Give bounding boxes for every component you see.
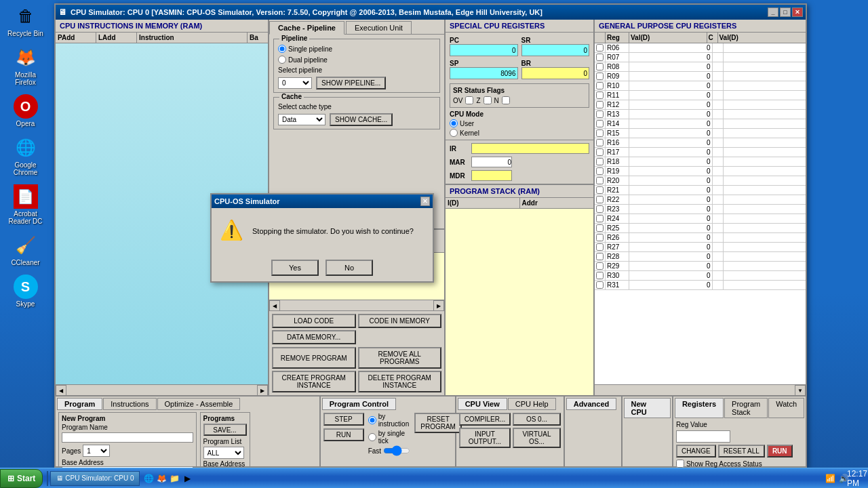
- prog-list-scroll-right[interactable]: ▶: [433, 300, 444, 311]
- load-code-button[interactable]: LOAD CODE: [272, 314, 356, 328]
- kernel-mode-radio[interactable]: [450, 129, 458, 137]
- virtual-os-button[interactable]: VIRTUAL OS...: [513, 428, 561, 448]
- cache-type-select[interactable]: Data: [278, 114, 326, 125]
- firefox-icon[interactable]: 🦊 Mozilla Firefox: [5, 44, 46, 87]
- gpr-checkbox-cell[interactable]: [595, 243, 606, 251]
- kernel-mode-label[interactable]: Kernel: [450, 129, 589, 137]
- run-button[interactable]: RUN: [323, 428, 364, 441]
- acrobat-icon[interactable]: 📄 Acrobat Reader DC: [5, 183, 46, 226]
- save-button[interactable]: SAVE...: [203, 424, 247, 436]
- n-checkbox[interactable]: [502, 96, 510, 104]
- reset-program-button[interactable]: RESET PROGRAM: [414, 413, 462, 433]
- prog-list-hscroll[interactable]: ◀ ▶: [269, 300, 444, 311]
- ql-firefox-icon[interactable]: 🦊: [156, 473, 167, 484]
- close-button[interactable]: ✕: [792, 7, 803, 17]
- tab-cache-pipeline[interactable]: Cache - Pipeline: [269, 21, 344, 35]
- input-output-button[interactable]: INPUT OUTPUT...: [459, 428, 511, 448]
- ir-input[interactable]: [471, 143, 589, 154]
- maximize-button[interactable]: □: [780, 7, 791, 17]
- pages-select[interactable]: 1: [83, 445, 110, 457]
- gpr-checkbox-cell[interactable]: [595, 91, 606, 100]
- ccleaner-icon[interactable]: 🧹 CCleaner: [5, 232, 46, 268]
- gpr-checkbox-cell[interactable]: [595, 119, 606, 128]
- by-single-tick-radio[interactable]: [368, 433, 376, 441]
- tab-cpu-view[interactable]: CPU View: [458, 398, 507, 410]
- chrome-icon[interactable]: 🌐 Google Chrome: [5, 134, 46, 178]
- ql-folder-icon[interactable]: 📁: [169, 473, 180, 484]
- tab-execution-unit[interactable]: Execution Unit: [346, 21, 412, 34]
- mdr-input[interactable]: [471, 170, 512, 181]
- skype-icon[interactable]: S Skype: [5, 273, 46, 309]
- tab-advanced[interactable]: Advanced: [566, 398, 617, 410]
- scroll-right-arrow[interactable]: ▶: [257, 385, 268, 395]
- program-name-input[interactable]: [62, 432, 193, 443]
- gpr-checkbox-cell[interactable]: [595, 148, 606, 157]
- gpr-checkbox-cell[interactable]: [595, 195, 606, 204]
- user-mode-radio[interactable]: [450, 119, 458, 127]
- gpr-checkbox-cell[interactable]: [595, 176, 606, 185]
- dual-pipeline-label[interactable]: Dual pipeline: [278, 56, 328, 64]
- gpr-checkbox-cell[interactable]: [595, 186, 606, 195]
- gpr-checkbox-cell[interactable]: [595, 138, 606, 147]
- by-single-tick-label[interactable]: by single tick: [368, 430, 410, 445]
- mar-input[interactable]: [471, 157, 512, 167]
- pipeline-select[interactable]: 0: [278, 77, 312, 89]
- gpr-checkbox-cell[interactable]: [595, 214, 606, 223]
- os-button[interactable]: OS 0...: [513, 413, 561, 426]
- br-input[interactable]: [521, 67, 590, 79]
- fast-slider[interactable]: [383, 447, 410, 455]
- gpr-checkbox-cell[interactable]: [595, 205, 606, 214]
- gpr-checkbox-cell[interactable]: [595, 62, 606, 71]
- gpr-checkbox-cell[interactable]: [595, 110, 606, 119]
- tab-registers[interactable]: Registers: [675, 398, 724, 418]
- yes-button[interactable]: Yes: [271, 260, 319, 276]
- gpr-checkbox-cell[interactable]: [595, 72, 606, 81]
- reg-value-input[interactable]: [676, 430, 730, 443]
- by-instruction-label[interactable]: by instruction: [368, 413, 410, 428]
- minimize-button[interactable]: _: [768, 7, 778, 17]
- tab-optimize-assemble[interactable]: Optimize - Assemble: [157, 398, 241, 410]
- show-cache-button[interactable]: SHOW CACHE...: [330, 113, 393, 126]
- gpr-checkbox-cell[interactable]: [595, 53, 606, 62]
- single-pipeline-label[interactable]: Single pipeline: [278, 45, 332, 53]
- reset-all-button[interactable]: RESET ALL: [718, 445, 765, 458]
- gpr-checkbox-cell[interactable]: [595, 100, 606, 109]
- gpr-checkbox-cell[interactable]: [595, 233, 606, 242]
- gpr-checkbox-cell[interactable]: [595, 167, 606, 176]
- recycle-bin-icon[interactable]: 🗑 Recycle Bin: [5, 3, 46, 39]
- gpr-checkbox-cell[interactable]: [595, 252, 606, 261]
- delete-instance-button[interactable]: DELETE PROGRAM INSTANCE: [358, 371, 442, 392]
- data-memory-button[interactable]: DATA MEMORY...: [272, 330, 356, 344]
- gpr-checkbox-cell[interactable]: [595, 262, 606, 270]
- run-reg-button[interactable]: RUN: [767, 445, 793, 458]
- gpr-checkbox-cell[interactable]: [595, 224, 606, 232]
- code-in-memory-button[interactable]: CODE IN MEMORY: [358, 314, 442, 328]
- gpr-rows[interactable]: R06 0 R07 0 R08 0 R09 0: [595, 43, 806, 384]
- change-button[interactable]: CHANGE: [676, 445, 716, 458]
- horiz-scrollbar[interactable]: ◀ ▶: [56, 384, 268, 395]
- sr-input[interactable]: [521, 44, 590, 56]
- program-list-select[interactable]: ALL: [203, 447, 244, 459]
- pc-input[interactable]: [450, 44, 518, 56]
- no-button[interactable]: No: [326, 260, 373, 276]
- z-checkbox[interactable]: [484, 96, 492, 104]
- tab-program[interactable]: Program: [57, 398, 102, 410]
- taskbar-cpu-button[interactable]: 🖥 CPU Simulator: CPU 0: [50, 471, 140, 486]
- ov-checkbox[interactable]: [465, 96, 473, 104]
- gpr-checkbox-cell[interactable]: [595, 271, 606, 280]
- ql-ie-icon[interactable]: 🌐: [143, 473, 154, 484]
- show-pipeline-button[interactable]: SHOW PIPELINE...: [316, 77, 386, 89]
- sp-input[interactable]: [450, 67, 518, 79]
- by-instruction-radio[interactable]: [368, 416, 376, 424]
- single-pipeline-radio[interactable]: [278, 45, 286, 53]
- start-button[interactable]: ⊞ Start: [0, 469, 43, 488]
- scroll-left-arrow[interactable]: ◀: [56, 385, 66, 395]
- dual-pipeline-radio[interactable]: [278, 56, 286, 64]
- tab-instructions[interactable]: Instructions: [103, 398, 156, 410]
- gpr-checkbox-cell[interactable]: [595, 157, 606, 166]
- create-instance-button[interactable]: CREATE PROGRAM INSTANCE: [272, 371, 356, 392]
- gpr-checkbox-cell[interactable]: [595, 281, 606, 289]
- tab-program-control[interactable]: Program Control: [322, 398, 396, 410]
- prog-list-scroll-left[interactable]: ◀: [269, 300, 280, 311]
- tab-cpu-help[interactable]: CPU Help: [508, 398, 556, 410]
